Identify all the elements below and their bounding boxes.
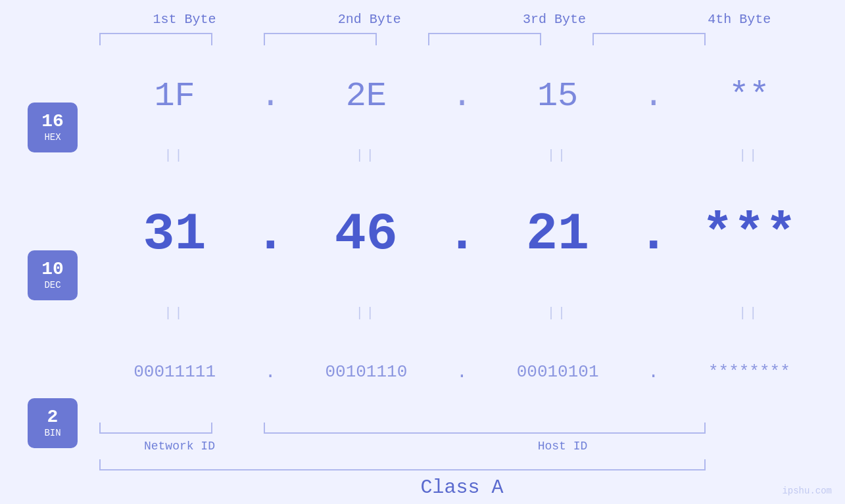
bin-row: 00011111 . 00101110 . 00010101 . *******… [92, 323, 832, 421]
dec-dot-1: . [257, 204, 283, 264]
hex-val-3: 15 [537, 77, 578, 116]
class-label: Class A [420, 476, 503, 499]
hex-val-1: 1F [154, 77, 195, 116]
bin-val-2: 00101110 [325, 362, 407, 382]
hex-dot-1: . [257, 77, 283, 116]
byte-header-4: 4th Byte [647, 12, 832, 27]
bottom-bracket-svg [92, 421, 832, 434]
class-bracket-svg [92, 458, 832, 471]
hex-dot-2: . [449, 77, 475, 116]
hex-row: 1F . 2E . 15 . ** [92, 47, 832, 145]
top-bracket-svg [92, 27, 832, 47]
watermark: ipshu.com [782, 486, 832, 496]
bin-dot-2: . [449, 362, 475, 382]
hex-val-4: ** [729, 77, 769, 116]
dec-val-3: 21 [526, 204, 589, 264]
dec-badge: 10 DEC [28, 250, 78, 300]
bin-val-1: 00011111 [133, 362, 216, 382]
bin-dot-1: . [257, 362, 283, 382]
hex-val-2: 2E [346, 77, 387, 116]
dec-val-2: 46 [335, 204, 398, 264]
bottom-bracket-area [92, 421, 832, 434]
network-id-label: Network ID [92, 440, 267, 453]
dec-val-1: 31 [143, 204, 206, 264]
network-host-label-row: Network ID Host ID [92, 434, 832, 458]
hex-badge: 16 HEX [28, 103, 78, 152]
byte-header-3: 3rd Byte [462, 12, 647, 27]
dec-row: 31 . 46 . 21 . *** [92, 165, 832, 303]
byte-header-1: 1st Byte [92, 12, 277, 27]
dec-dot-3: . [640, 204, 667, 264]
bin-val-3: 00010101 [517, 362, 599, 382]
equals-row-2: || || || || [92, 303, 832, 323]
host-id-label: Host ID [293, 440, 832, 453]
hex-dot-3: . [640, 77, 667, 116]
dec-val-4: *** [702, 204, 796, 264]
class-bracket-area [92, 458, 832, 471]
bin-badge: 2 BIN [28, 398, 78, 448]
class-label-row: Class A [92, 471, 832, 504]
top-bracket-area [92, 27, 832, 47]
equals-row-1: || || || || [92, 145, 832, 165]
main-container: 1st Byte 2nd Byte 3rd Byte 4th Byte 16 H… [0, 0, 845, 504]
byte-header-2: 2nd Byte [277, 12, 462, 27]
dec-dot-2: . [449, 204, 475, 264]
bin-val-4: ******** [708, 362, 790, 382]
bin-dot-3: . [640, 362, 667, 382]
